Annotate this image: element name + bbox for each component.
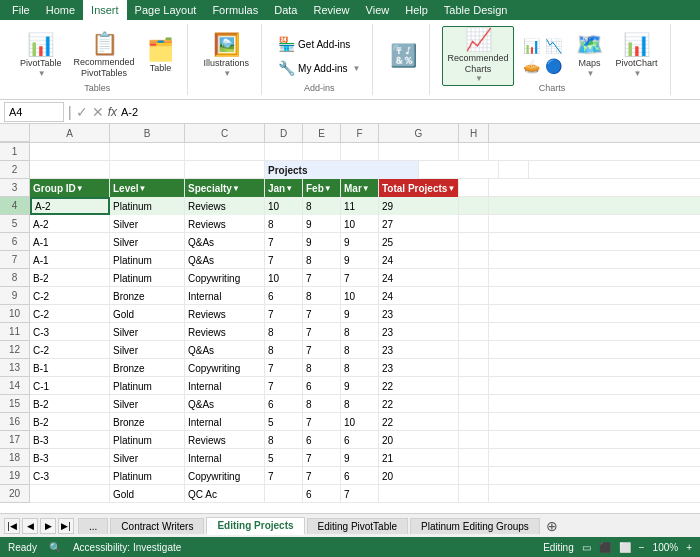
cell-b16[interactable]: Bronze [110,413,185,431]
cell-c4[interactable]: Reviews [185,197,265,215]
cell-f3[interactable]: Mar ▼ [341,179,379,197]
cell-h13[interactable] [459,359,489,377]
cell-h8[interactable] [459,269,489,287]
cell-a13[interactable]: B-1 [30,359,110,377]
cell-c7[interactable]: Q&As [185,251,265,269]
cell-f13[interactable]: 8 [341,359,379,377]
recommended-charts-button[interactable]: 📈 RecommendedCharts ▼ [442,26,513,87]
cell-d14[interactable]: 7 [265,377,303,395]
sheet-nav-next[interactable]: ▶ [40,518,56,534]
cell-g13[interactable]: 23 [379,359,459,377]
sheet-tab-contract-writers[interactable]: Contract Writers [110,518,204,534]
pivot-table-button[interactable]: 📊 PivotTable ▼ [16,32,66,80]
icon-button[interactable]: 🔣 [385,43,421,69]
cell-d20[interactable] [265,485,303,503]
cell-b19[interactable]: Platinum [110,467,185,485]
cell-c3[interactable]: Specialty ▼ [185,179,265,197]
cell-c14[interactable]: Internal [185,377,265,395]
cell-g2[interactable] [419,161,499,179]
cell-b7[interactable]: Platinum [110,251,185,269]
cell-g1[interactable] [379,143,459,161]
view-normal-icon[interactable]: ▭ [582,542,591,553]
cell-d17[interactable]: 8 [265,431,303,449]
cell-d3[interactable]: Jan ▼ [265,179,303,197]
cell-h14[interactable] [459,377,489,395]
cell-b14[interactable]: Platinum [110,377,185,395]
cell-g8[interactable]: 24 [379,269,459,287]
cell-a10[interactable]: C-2 [30,305,110,323]
cell-e17[interactable]: 6 [303,431,341,449]
cell-h16[interactable] [459,413,489,431]
cell-a6[interactable]: A-1 [30,233,110,251]
view-page-icon[interactable]: ⬜ [619,542,631,553]
cell-e7[interactable]: 8 [303,251,341,269]
view-layout-icon[interactable]: ⬛ [599,542,611,553]
recommended-pivot-button[interactable]: 📋 RecommendedPivotTables [70,31,139,81]
cancel-icon[interactable]: ✕ [92,104,104,120]
cell-g4[interactable]: 29 [379,197,459,215]
cell-a11[interactable]: C-3 [30,323,110,341]
cell-a20[interactable] [30,485,110,503]
cell-c2[interactable] [185,161,265,179]
cell-f11[interactable]: 8 [341,323,379,341]
cell-f18[interactable]: 9 [341,449,379,467]
cell-f17[interactable]: 6 [341,431,379,449]
cell-de2[interactable]: Projects [265,161,419,179]
cell-e13[interactable]: 8 [303,359,341,377]
cell-e9[interactable]: 8 [303,287,341,305]
cell-f5[interactable]: 10 [341,215,379,233]
cell-b20[interactable]: Gold [110,485,185,503]
line-chart-button[interactable]: 📉 [544,37,564,55]
pivot-chart-button[interactable]: 📊 PivotChart ▼ [612,32,662,80]
cell-c9[interactable]: Internal [185,287,265,305]
cell-g3[interactable]: Total Projects ▼ [379,179,459,197]
tab-home[interactable]: Home [38,0,83,20]
name-box[interactable] [4,102,64,122]
cell-e20[interactable]: 6 [303,485,341,503]
cell-e12[interactable]: 7 [303,341,341,359]
cell-b8[interactable]: Platinum [110,269,185,287]
cell-d9[interactable]: 6 [265,287,303,305]
zoom-in-button[interactable]: + [686,542,692,553]
pivot-table-dropdown[interactable]: ▼ [38,69,46,78]
cell-h7[interactable] [459,251,489,269]
cell-c16[interactable]: Internal [185,413,265,431]
sheet-tab-ellipsis[interactable]: ... [78,518,108,534]
my-addins-button[interactable]: 🔧 My Add-ins ▼ [274,58,364,78]
tab-formulas[interactable]: Formulas [204,0,266,20]
cell-c12[interactable]: Q&As [185,341,265,359]
cell-g17[interactable]: 20 [379,431,459,449]
cell-d10[interactable]: 7 [265,305,303,323]
cell-b15[interactable]: Silver [110,395,185,413]
cell-g18[interactable]: 21 [379,449,459,467]
cell-g15[interactable]: 22 [379,395,459,413]
cell-d16[interactable]: 5 [265,413,303,431]
cell-c5[interactable]: Reviews [185,215,265,233]
cell-h6[interactable] [459,233,489,251]
cell-e15[interactable]: 8 [303,395,341,413]
cell-c13[interactable]: Copywriting [185,359,265,377]
cell-d12[interactable]: 8 [265,341,303,359]
cell-d15[interactable]: 6 [265,395,303,413]
cell-c6[interactable]: Q&As [185,233,265,251]
maps-button[interactable]: 🗺️ Maps ▼ [572,32,608,80]
cell-d4[interactable]: 10 [265,197,303,215]
cell-c15[interactable]: Q&As [185,395,265,413]
cell-d1[interactable] [265,143,303,161]
cell-e1[interactable] [303,143,341,161]
cell-e3[interactable]: Feb ▼ [303,179,341,197]
cell-d5[interactable]: 8 [265,215,303,233]
cell-e16[interactable]: 7 [303,413,341,431]
cell-e11[interactable]: 7 [303,323,341,341]
illustrations-dropdown[interactable]: ▼ [223,69,231,78]
cell-f19[interactable]: 6 [341,467,379,485]
table-button[interactable]: 🗂️ Table [143,37,179,76]
cell-h4[interactable] [459,197,489,215]
cell-b4[interactable]: Platinum [110,197,185,215]
cell-g16[interactable]: 22 [379,413,459,431]
cell-c8[interactable]: Copywriting [185,269,265,287]
cell-f20[interactable]: 7 [341,485,379,503]
cell-e4[interactable]: 8 [303,197,341,215]
sheet-tab-platinum-editing[interactable]: Platinum Editing Groups [410,518,540,534]
cell-b13[interactable]: Bronze [110,359,185,377]
